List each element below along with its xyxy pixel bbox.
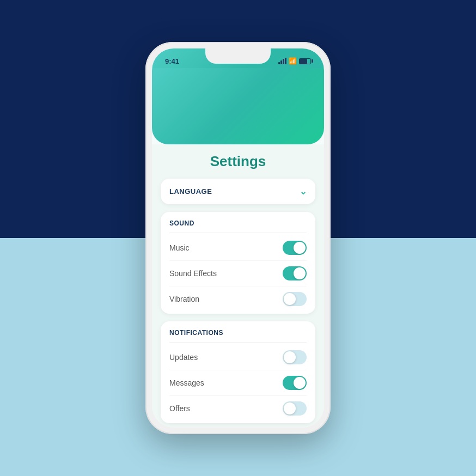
vibration-toggle[interactable] <box>283 292 307 306</box>
messages-row: Messages <box>169 370 307 396</box>
updates-row: Updates <box>169 345 307 370</box>
notifications-header: NOTIFICATIONS <box>169 329 307 343</box>
music-toggle[interactable] <box>283 241 307 255</box>
wifi-icon: 📶 <box>289 57 297 65</box>
phone-frame: 9:41 📶 Settings LANGUAGE ⌄ <box>145 42 331 434</box>
offers-label: Offers <box>169 404 190 413</box>
notifications-section: NOTIFICATIONS Updates Messages Offers <box>161 321 315 423</box>
sound-effects-toggle-knob <box>294 267 306 279</box>
music-label: Music <box>169 243 190 252</box>
messages-toggle-knob <box>294 377 306 389</box>
battery-icon <box>299 58 311 64</box>
updates-label: Updates <box>169 353 198 362</box>
updates-toggle[interactable] <box>283 350 307 364</box>
vibration-label: Vibration <box>169 295 199 303</box>
music-row: Music <box>169 235 307 261</box>
header-area <box>152 68 324 144</box>
phone-screen: 9:41 📶 Settings LANGUAGE ⌄ <box>152 48 324 428</box>
vibration-toggle-knob <box>284 293 296 305</box>
music-toggle-knob <box>294 242 306 254</box>
sound-section: SOUND Music Sound Effects Vibration <box>161 212 315 314</box>
content-area: Settings LANGUAGE ⌄ SOUND Music Sound Ef… <box>152 144 324 428</box>
sound-header: SOUND <box>169 219 307 233</box>
status-icons: 📶 <box>278 57 311 65</box>
sound-effects-label: Sound Effects <box>169 269 217 278</box>
status-time: 9:41 <box>165 57 179 65</box>
offers-toggle-knob <box>284 402 296 414</box>
offers-toggle[interactable] <box>283 401 307 416</box>
messages-label: Messages <box>169 379 204 387</box>
sound-effects-toggle[interactable] <box>283 266 307 280</box>
messages-toggle[interactable] <box>283 376 307 390</box>
updates-toggle-knob <box>284 351 296 363</box>
sound-effects-row: Sound Effects <box>169 261 307 286</box>
vibration-row: Vibration <box>169 286 307 306</box>
chevron-down-icon: ⌄ <box>300 186 307 197</box>
language-label: LANGUAGE <box>169 187 212 196</box>
status-bar: 9:41 📶 <box>152 48 324 68</box>
offers-row: Offers <box>169 396 307 416</box>
language-dropdown[interactable]: LANGUAGE ⌄ <box>161 179 315 204</box>
signal-icon <box>278 58 286 64</box>
page-title: Settings <box>161 153 315 170</box>
